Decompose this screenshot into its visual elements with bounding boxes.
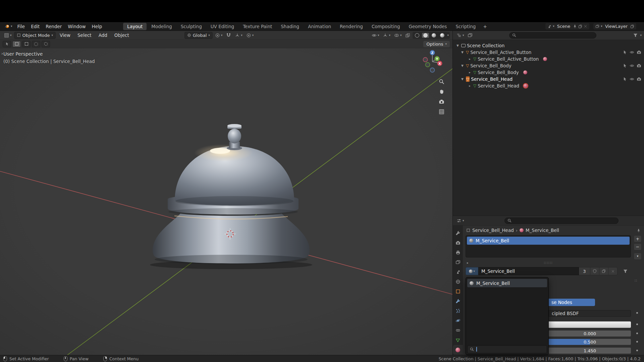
toolbar-expand-arrow[interactable]: ›	[1, 51, 3, 56]
outliner-item-label[interactable]: Service_Bell_Active_Button	[470, 50, 531, 55]
tab-shading[interactable]: Shading	[277, 23, 303, 30]
animate-dot-icon[interactable]	[636, 323, 638, 325]
outliner-item-label[interactable]: Service_Bell_Body	[478, 70, 519, 75]
overlays-toggle[interactable]: ▾	[393, 32, 403, 39]
disclosure-icon[interactable]: ▼	[460, 51, 465, 54]
add-slot-button[interactable]: +	[634, 235, 642, 242]
new-viewlayer-icon[interactable]	[630, 24, 634, 28]
tab-scene[interactable]	[453, 267, 463, 277]
material-icon[interactable]	[523, 70, 527, 74]
editor-type-button[interactable]: ▾	[3, 32, 13, 39]
menu-help[interactable]: Help	[89, 23, 105, 30]
menu-add[interactable]: Add	[96, 32, 110, 39]
hide-eye-icon[interactable]	[630, 50, 634, 55]
users-count-button[interactable]: 3	[579, 267, 590, 275]
tab-tool[interactable]	[453, 228, 463, 238]
snap-target-selector[interactable]: ▾	[233, 32, 244, 39]
new-scene-icon[interactable]	[578, 24, 582, 28]
list-resize-grip[interactable]: ▸ ∷∷∷	[466, 260, 641, 266]
hide-eye-icon[interactable]	[630, 63, 634, 68]
material-browser-item[interactable]: M_Service_Bell	[467, 279, 547, 287]
animate-dot-icon[interactable]	[636, 333, 638, 334]
options-button[interactable]: Options ▾	[423, 41, 450, 47]
tab-particles[interactable]	[453, 306, 463, 316]
chevron-down-icon[interactable]: ▾	[640, 34, 642, 37]
tab-object-data[interactable]	[453, 335, 463, 345]
add-workspace-button[interactable]: +	[480, 23, 489, 30]
select-mode-lasso[interactable]	[42, 41, 50, 47]
disclosure-icon[interactable]: ▼	[455, 44, 460, 47]
disclosure-icon[interactable]: ▸	[468, 84, 472, 87]
active-tool-button[interactable]	[3, 41, 11, 47]
editor-type-button[interactable]: ▾	[455, 218, 466, 224]
axis-neg-y-ball[interactable]	[426, 63, 430, 67]
tab-rendering[interactable]: Rendering	[336, 23, 367, 30]
outliner-row-meshdata[interactable]: ▸ ▽ Service_Bell_Head	[453, 82, 644, 89]
xray-toggle[interactable]	[404, 32, 412, 39]
breadcrumb-material[interactable]: M_Service_Bell	[526, 228, 559, 233]
menu-select[interactable]: Select	[74, 32, 95, 39]
snap-toggle[interactable]	[225, 32, 232, 39]
disclosure-icon[interactable]: ▸	[468, 57, 472, 61]
shading-material-button[interactable]	[430, 33, 437, 38]
menu-file[interactable]: File	[14, 23, 28, 30]
menu-render[interactable]: Render	[43, 23, 65, 30]
pan-hand-button[interactable]	[439, 89, 444, 95]
proportional-editing-selector[interactable]: ▾	[245, 32, 255, 39]
render-visibility-icon[interactable]	[637, 50, 641, 55]
tab-constraints[interactable]	[453, 325, 463, 335]
breadcrumb-object[interactable]: Service_Bell_Head	[472, 228, 514, 233]
value-slider[interactable]: 1.450	[549, 348, 631, 354]
disclosure-icon[interactable]: ▸	[467, 261, 469, 264]
pivot-point-selector[interactable]: ▾	[214, 32, 224, 39]
select-mode-circle[interactable]	[32, 41, 40, 47]
viewlayer-selector[interactable]: ▾ ViewLayer	[593, 23, 637, 30]
shading-solid-button[interactable]	[422, 33, 429, 38]
outliner-item-label[interactable]: Service_Bell_Body	[470, 63, 512, 68]
outliner-row-scene-collection[interactable]: ▼ Scene Collection	[453, 42, 644, 49]
toggle-ortho-button[interactable]	[439, 109, 444, 115]
close-icon[interactable]	[584, 24, 587, 28]
tab-sculpting[interactable]: Sculpting	[177, 23, 206, 30]
axis-neg-x-ball[interactable]	[423, 58, 428, 62]
tab-layout[interactable]: Layout	[123, 23, 147, 30]
disclosure-icon[interactable]: ▼	[460, 77, 465, 81]
browse-material-button[interactable]: ▾	[466, 267, 478, 275]
filter-icon[interactable]	[623, 269, 628, 274]
tab-render[interactable]	[453, 238, 463, 248]
outliner-row-object-active[interactable]: ▼ ▽ Service_Bell_Head	[453, 76, 644, 82]
menu-edit[interactable]: Edit	[28, 23, 43, 30]
material-name-field[interactable]: M_Service_Bell	[478, 267, 579, 275]
object-visibility-selector[interactable]: ▾	[370, 32, 381, 39]
outliner-item-label[interactable]: Service_Bell_Head	[471, 76, 513, 82]
shading-rendered-button[interactable]	[439, 33, 446, 38]
outliner-item-label[interactable]: Service_Bell_Head	[478, 83, 519, 88]
tab-scripting[interactable]: Scripting	[451, 23, 480, 30]
value-slider[interactable]: 0.500	[549, 339, 631, 345]
tab-texture-paint[interactable]: Texture Paint	[239, 23, 276, 30]
slot-specials-button[interactable]: ▾	[634, 253, 642, 260]
remove-slot-button[interactable]: −	[634, 243, 642, 250]
outliner-row-meshdata[interactable]: ▸ ▽ Service_Bell_Body	[453, 69, 644, 76]
outliner-item-label[interactable]: Service_Bell_Active_Button	[478, 56, 539, 62]
value-slider[interactable]: 0.000	[549, 330, 631, 337]
outliner-search-input[interactable]	[509, 32, 596, 39]
material-slot-list[interactable]: M_Service_Bell	[466, 235, 631, 257]
animate-dot-icon[interactable]	[636, 350, 638, 351]
material-slot-selected[interactable]: M_Service_Bell	[467, 237, 630, 245]
animate-dot-icon[interactable]	[636, 341, 638, 343]
unlink-material-button[interactable]	[608, 267, 618, 275]
material-icon-active[interactable]	[524, 84, 528, 88]
tab-modifiers[interactable]	[453, 296, 463, 306]
scene-selector[interactable]: ▾ Scene	[545, 23, 590, 30]
hide-eye-icon[interactable]	[630, 77, 634, 81]
tab-view-layer[interactable]	[453, 257, 463, 267]
camera-view-button[interactable]	[439, 99, 444, 105]
filter-icon[interactable]	[633, 33, 638, 38]
disclosure-icon[interactable]: ▸	[468, 71, 472, 74]
zoom-button[interactable]	[439, 79, 444, 84]
new-material-button[interactable]	[599, 267, 608, 275]
viewport-3d[interactable]: ▾ Object Mode ▾ View Select Add Object G…	[0, 31, 452, 355]
surface-shader-field[interactable]: cipled BSDF	[549, 310, 631, 317]
tab-world[interactable]	[453, 277, 463, 287]
